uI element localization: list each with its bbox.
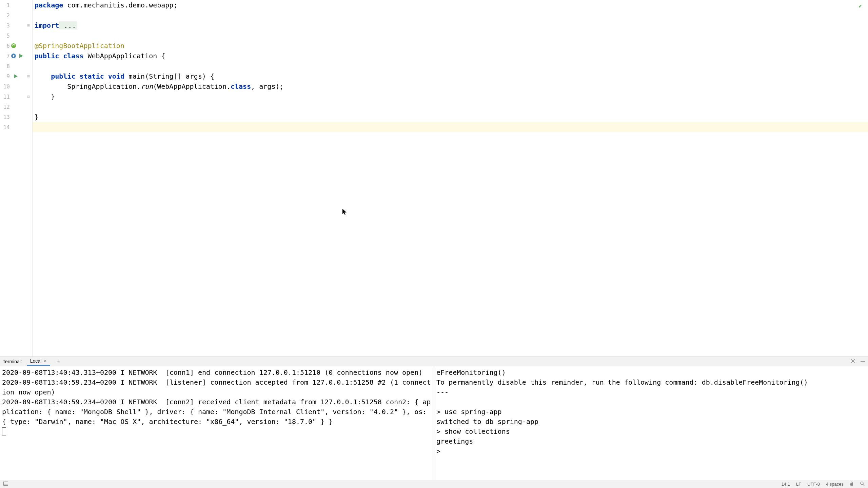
status-encoding[interactable]: UTF-8 (807, 482, 820, 487)
line-number[interactable]: 7 (0, 51, 32, 61)
spring-bean-icon[interactable] (11, 43, 17, 49)
line-number[interactable]: 3 ⊞ (0, 20, 32, 30)
terminal-pane-right[interactable]: eFreeMonitoring() To permanently disable… (434, 366, 868, 480)
status-indent[interactable]: 4 spaces (826, 482, 844, 487)
line-number[interactable]: 2 (0, 10, 32, 20)
line-number[interactable]: 5 (0, 30, 32, 41)
svg-rect-8 (850, 483, 853, 486)
svg-point-9 (861, 482, 863, 485)
terminal-header: Terminal: Local ✕ + — (0, 357, 868, 366)
minimize-terminal-icon[interactable]: — (861, 358, 865, 365)
editor-area: 1 2 3 ⊞ 5 6 7 8 9 ⊟ (0, 0, 868, 357)
spring-run-icon[interactable] (11, 53, 17, 59)
code-line[interactable] (33, 61, 868, 71)
line-number[interactable]: 12 (0, 102, 32, 112)
close-tab-icon[interactable]: ✕ (43, 359, 47, 363)
line-number[interactable]: 13 (0, 112, 32, 122)
code-line-current[interactable] (33, 122, 868, 132)
code-editor[interactable]: package com.mechanitis.demo.webapp; impo… (33, 0, 868, 357)
code-line[interactable] (33, 30, 868, 41)
svg-point-5 (852, 360, 854, 362)
terminal-cursor (2, 427, 6, 435)
line-number[interactable]: 1 (0, 0, 32, 10)
code-line[interactable]: import ... (33, 20, 868, 30)
fold-expand-icon[interactable]: ⊞ (25, 22, 32, 28)
inspection-ok-icon[interactable]: ✔ (859, 3, 862, 9)
code-line[interactable]: SpringApplication.run(WebAppApplication.… (33, 81, 868, 92)
code-line[interactable] (33, 10, 868, 20)
svg-point-0 (11, 43, 16, 48)
terminal-tab-local[interactable]: Local ✕ (27, 357, 50, 366)
svg-rect-7 (4, 484, 8, 486)
code-line[interactable]: public class WebAppApplication { (33, 51, 868, 61)
terminal-settings-icon[interactable] (850, 358, 856, 365)
fold-collapse-icon[interactable]: ⊟ (25, 73, 32, 79)
line-number[interactable]: 8 (0, 61, 32, 71)
svg-marker-3 (19, 54, 23, 58)
run-gutter-icon[interactable] (13, 73, 19, 79)
line-number[interactable]: 11 ⊟ (0, 92, 32, 102)
status-lock-icon[interactable] (850, 481, 854, 487)
line-number[interactable]: 14 (0, 122, 32, 132)
terminal-body: 2020-09-08T13:40:43.313+0200 I NETWORK [… (0, 366, 868, 480)
line-number[interactable]: 10 (0, 81, 32, 92)
editor-gutter: 1 2 3 ⊞ 5 6 7 8 9 ⊟ (0, 0, 33, 357)
code-line[interactable] (33, 102, 868, 112)
status-bar: 14:1 LF UTF-8 4 spaces (0, 480, 868, 488)
line-number[interactable]: 9 ⊟ (0, 71, 32, 81)
terminal-panel: Terminal: Local ✕ + — 2020-09-08T13:40:4… (0, 357, 868, 480)
code-line[interactable]: @SpringBootApplication (33, 41, 868, 51)
code-line[interactable]: } (33, 92, 868, 102)
add-terminal-icon[interactable]: + (56, 358, 60, 365)
fold-collapse-icon[interactable]: ⊟ (25, 94, 32, 100)
terminal-tab-label: Local (30, 358, 41, 364)
line-number[interactable]: 6 (0, 41, 32, 51)
code-line[interactable]: } (33, 112, 868, 122)
code-line[interactable]: public static void main(String[] args) { (33, 71, 868, 81)
svg-marker-4 (14, 74, 18, 78)
status-window-icon[interactable] (3, 482, 8, 487)
run-gutter-icon[interactable] (18, 53, 24, 59)
status-inspection-icon[interactable] (860, 481, 865, 487)
svg-line-10 (863, 484, 864, 486)
code-line[interactable]: package com.mechanitis.demo.webapp; (33, 0, 868, 10)
status-position[interactable]: 14:1 (782, 482, 790, 487)
terminal-title: Terminal: (3, 359, 22, 364)
status-line-separator[interactable]: LF (796, 482, 801, 487)
terminal-pane-left[interactable]: 2020-09-08T13:40:43.313+0200 I NETWORK [… (0, 366, 434, 480)
